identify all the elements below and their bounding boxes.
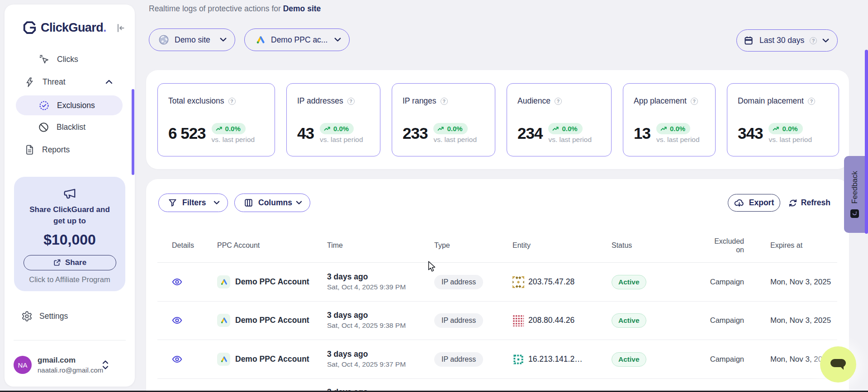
blacklist-ban-icon: [38, 122, 49, 132]
user-account[interactable]: NA gmail.com naatali.ro@gmail.com: [14, 356, 121, 374]
trend-up-icon: [216, 126, 223, 131]
stat-card-value: 343: [738, 125, 763, 141]
feedback-tab[interactable]: Feedback: [844, 156, 865, 233]
trend-up-icon: [773, 126, 779, 131]
sidebar-scrollbar[interactable]: [132, 89, 134, 175]
sidebar-item-settings[interactable]: Settings: [21, 311, 68, 322]
sidebar-item-reports[interactable]: Reports: [5, 142, 135, 157]
delta-badge: 0.0%: [656, 123, 690, 134]
chevron-down-icon: [220, 38, 227, 42]
header-expires-at[interactable]: Expires at: [744, 241, 837, 250]
brand: ClickGuard.: [23, 20, 106, 35]
excluded-on-value: Campaign: [689, 355, 744, 364]
excluded-on-value: Campaign: [689, 278, 744, 286]
ppc-account-selector[interactable]: Demo PPC ac...: [244, 28, 350, 51]
brand-label: ClickGuard: [41, 21, 103, 34]
entity-identicon: [512, 315, 524, 326]
stat-card: IP addresses 43 0.0% vs. last period: [286, 83, 380, 156]
excluded-on-value: Campaign: [689, 316, 744, 325]
table-row: Demo PPC Account 3 days ago Sat, Oct 4, …: [157, 340, 837, 379]
sidebar-item-label: Reports: [42, 145, 70, 155]
help-icon: [228, 98, 236, 105]
trend-up-icon: [660, 126, 667, 131]
sidebar-item-label: Clicks: [57, 55, 78, 64]
delta-badge: 0.0%: [548, 123, 582, 134]
table-header-row: Details PPC Account Time Type Entity Sta…: [157, 229, 837, 263]
entity-identicon: [512, 276, 524, 288]
filters-button[interactable]: Filters: [158, 194, 228, 212]
delta-value: 0.0%: [782, 125, 797, 132]
sidebar-item-blacklist[interactable]: Blacklist: [5, 119, 135, 135]
header-type[interactable]: Type: [434, 241, 512, 250]
time-relative: 3 days ago: [327, 311, 434, 320]
delta-caption: vs. last period: [433, 136, 477, 144]
header-details[interactable]: Details: [157, 241, 217, 250]
header-entity[interactable]: Entity: [512, 241, 612, 250]
chat-launcher-button[interactable]: [820, 346, 856, 383]
header-excluded-on[interactable]: Excluded on: [689, 237, 744, 254]
calendar-icon: [744, 36, 753, 45]
view-details-eye-icon[interactable]: [172, 278, 217, 286]
button-label: Export: [749, 198, 774, 208]
selector-label: Demo site: [175, 35, 210, 45]
feedback-label: Feedback: [850, 171, 859, 203]
time-absolute: Sat, Oct 4, 2025 9:39 PM: [327, 283, 434, 292]
delta-badge: 0.0%: [433, 123, 467, 134]
header-ppc-account[interactable]: PPC Account: [217, 241, 327, 250]
delta-caption: vs. last period: [656, 136, 700, 144]
sidebar-item-clicks[interactable]: Clicks: [5, 52, 135, 67]
expires-at-value: Mon, Nov 3, 2025: [744, 278, 837, 287]
sidebar-item-exclusions[interactable]: Exclusions: [16, 95, 123, 115]
export-button[interactable]: Export: [728, 194, 780, 212]
view-details-eye-icon[interactable]: [172, 316, 217, 324]
sidebar-divider: [14, 340, 126, 340]
delta-caption: vs. last period: [320, 136, 363, 144]
help-icon: [555, 98, 562, 105]
reports-document-icon: [24, 144, 34, 155]
date-range-selector[interactable]: Last 30 days: [736, 29, 838, 52]
columns-button[interactable]: Columns: [234, 194, 310, 212]
affiliate-promo-card[interactable]: Share ClickGuard and get up to $10,000 S…: [14, 177, 125, 291]
chevron-down-icon: [822, 38, 829, 43]
selector-label: Last 30 days: [759, 36, 804, 45]
time-relative: 3 days ago: [327, 272, 434, 281]
time-absolute: Sat, Oct 4, 2025 9:38 PM: [327, 321, 434, 330]
trend-up-icon: [324, 126, 331, 131]
stat-card-value: 233: [403, 125, 427, 141]
entity-value: 16.213.141.2…: [528, 354, 583, 364]
promo-title: Share ClickGuard and get up to: [14, 204, 125, 227]
affiliate-link[interactable]: Click to Affiliate Program: [14, 275, 125, 284]
promo-line: get up to: [14, 215, 125, 227]
chevron-down-icon: [213, 201, 220, 205]
exclusions-table-panel: Filters Columns Export: [146, 179, 849, 392]
sidebar-collapse-icon[interactable]: [114, 22, 127, 34]
header-excluded-on-label: Excluded on: [704, 237, 744, 254]
chevron-up-icon[interactable]: [105, 80, 113, 84]
ppc-account-name: Demo PPC Account: [235, 316, 309, 325]
feedback-smiley-icon: [850, 209, 859, 218]
header-status[interactable]: Status: [612, 241, 689, 250]
delta-caption: vs. last period: [212, 136, 255, 144]
delta-badge: 0.0%: [320, 123, 354, 134]
subtitle-site-name: Demo site: [283, 4, 321, 13]
entity-value: 208.80.44.26: [528, 316, 574, 325]
refresh-icon: [788, 198, 797, 208]
help-icon: [810, 37, 817, 44]
brand-period: .: [103, 21, 106, 34]
header-time[interactable]: Time: [327, 241, 434, 250]
status-badge: Active: [612, 352, 646, 367]
delta-value: 0.0%: [562, 125, 577, 132]
trend-up-icon: [437, 126, 444, 131]
sidebar-item-threat[interactable]: Threat: [5, 74, 135, 90]
delta-value: 0.0%: [225, 125, 241, 132]
button-label: Columns: [258, 198, 292, 208]
refresh-button[interactable]: Refresh: [788, 198, 830, 208]
site-selector[interactable]: Demo site: [149, 28, 235, 51]
share-button[interactable]: Share: [24, 255, 116, 270]
table-row: Demo PPC Account 3 days ago Sat, Oct 4, …: [157, 263, 837, 302]
view-details-eye-icon[interactable]: [172, 355, 217, 363]
stat-card-value: 13: [634, 125, 650, 141]
page-scrollbar[interactable]: [865, 50, 868, 234]
table-row: Demo PPC Account 3 days ago Sat, Oct 4, …: [157, 301, 837, 340]
stat-card: Audience 234 0.0% vs. last period: [507, 83, 612, 156]
